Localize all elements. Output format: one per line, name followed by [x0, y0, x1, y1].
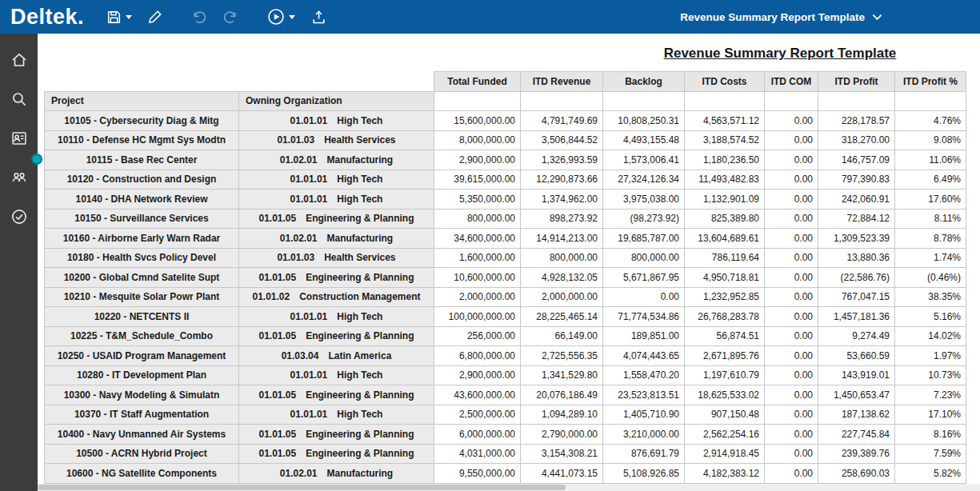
value-cell: 0.00 — [765, 248, 818, 268]
run-button[interactable] — [262, 4, 299, 30]
value-cell: 34,600,000.00 — [434, 229, 521, 249]
org-name: High Tech — [337, 409, 382, 420]
sidebar-item-employee[interactable] — [10, 130, 28, 147]
value-cell: 1,094,289.10 — [521, 405, 603, 425]
column-header: Total Funded — [434, 72, 521, 92]
org-code: 01.01.05 — [258, 389, 296, 401]
value-cell: 0.00 — [765, 365, 818, 385]
empty-cell — [603, 91, 685, 111]
value-cell: 1,341,529.80 — [521, 365, 603, 385]
value-cell: 0.00 — [765, 190, 818, 210]
undo-button[interactable] — [186, 6, 211, 29]
export-icon — [310, 9, 327, 26]
value-cell: 1.97% — [895, 346, 966, 366]
export-button[interactable] — [306, 6, 331, 29]
scrollbar-thumb[interactable] — [38, 485, 566, 490]
value-cell: 0.00 — [765, 425, 818, 445]
panel-expand-handle[interactable] — [31, 154, 42, 165]
edit-button[interactable] — [143, 6, 167, 28]
org-code: 01.03.04 — [282, 350, 319, 361]
org-name: Health Services — [324, 252, 395, 263]
value-cell: 0.00 — [765, 405, 818, 425]
edit-pencil-icon — [147, 9, 163, 25]
save-icon — [106, 9, 122, 26]
org-code: 01.01.05 — [258, 272, 296, 283]
sidebar-item-people[interactable] — [10, 169, 28, 186]
table-row: 10160 - Airborne Early Warn Radar01.02.0… — [45, 229, 966, 249]
value-cell: 3,506,844.52 — [521, 130, 603, 150]
org-code: 01.01.05 — [258, 448, 296, 459]
value-cell: 786,119.64 — [685, 248, 765, 268]
sidebar-item-tasks[interactable] — [10, 208, 28, 226]
value-cell: 1,374,962.00 — [521, 190, 603, 210]
value-cell: 1,232,952.85 — [685, 287, 765, 307]
save-button[interactable] — [102, 6, 136, 29]
value-cell: (0.46%) — [895, 268, 966, 288]
value-cell: 1,180,236.50 — [685, 150, 765, 170]
org-name: Manufacturing — [327, 468, 394, 479]
sidebar-item-search[interactable] — [10, 90, 28, 108]
value-cell: 876,691.79 — [603, 444, 685, 464]
org-code: 01.01.05 — [258, 429, 296, 440]
value-cell: 0.00 — [765, 444, 818, 464]
empty-cell — [765, 91, 818, 111]
value-cell: 8.78% — [895, 229, 966, 249]
value-cell: 13,604,689.61 — [685, 229, 765, 249]
value-cell: 318,270.00 — [818, 130, 895, 150]
value-cell: 1,558,470.20 — [603, 365, 685, 385]
value-cell: 7.59% — [895, 444, 966, 464]
value-cell: 20,076,186.49 — [521, 385, 603, 405]
value-cell: 13,880.36 — [818, 248, 895, 268]
value-cell: 1,326,993.59 — [521, 150, 603, 170]
redo-button[interactable] — [218, 6, 243, 29]
value-cell: 8,000,000.00 — [434, 130, 521, 150]
report-template-selector[interactable]: Revenue Summary Report Template — [680, 11, 882, 23]
chevron-down-icon — [872, 14, 882, 21]
value-cell: 18,625,533.02 — [685, 385, 765, 405]
owning-org-cell: 01.01.05Engineering & Planning — [239, 385, 434, 405]
chevron-down-icon — [126, 15, 132, 19]
value-cell: 143,919.01 — [818, 365, 895, 385]
value-cell: 0.00 — [765, 287, 818, 307]
value-cell: 1,132,901.09 — [685, 190, 765, 210]
table-row: 10200 - Global Cmnd Satelite Supt01.01.0… — [45, 268, 966, 288]
project-cell: 10110 - Defense HC Mgmt Sys Modtn — [45, 130, 239, 150]
project-cell: 10400 - Navy Unmanned Air Systems — [45, 425, 239, 445]
empty-cell — [818, 91, 895, 111]
org-name: Manufacturing — [327, 233, 394, 244]
value-cell: 10,600,000.00 — [434, 268, 521, 288]
org-code: 01.02.01 — [280, 468, 318, 479]
owning-org-cell: 01.01.01High Tech — [239, 405, 434, 425]
value-cell: 898,273.92 — [521, 209, 603, 229]
value-cell: 0.00 — [765, 326, 818, 346]
org-name: Engineering & Planning — [306, 389, 414, 401]
owning-org-cell: 01.03.04Latin America — [239, 346, 434, 366]
owning-org-cell: 01.01.05Engineering & Planning — [239, 326, 434, 346]
org-name: High Tech — [337, 311, 382, 322]
value-cell: 5,108,926.85 — [603, 464, 685, 484]
owning-org-cell: 01.02.01Manufacturing — [239, 229, 434, 249]
value-cell: 2,914,918.45 — [685, 444, 765, 464]
value-cell: 239,389.76 — [818, 444, 895, 464]
value-cell: 800,000.00 — [434, 209, 521, 229]
column-header: Owning Organization — [239, 91, 434, 111]
horizontal-scrollbar[interactable] — [38, 484, 980, 491]
org-name: High Tech — [337, 115, 382, 126]
org-code: 01.01.03 — [277, 252, 314, 263]
value-cell: 0.00 — [603, 287, 685, 307]
table-row: 10180 - Health Svcs Policy Devel01.01.03… — [45, 248, 966, 268]
org-name: Manufacturing — [327, 154, 394, 166]
value-cell: 797,390.83 — [818, 170, 895, 190]
template-selector-label: Revenue Summary Report Template — [680, 11, 865, 23]
value-cell: 39,615,000.00 — [434, 170, 521, 190]
org-code: 01.01.05 — [258, 330, 296, 341]
value-cell: 1,197,610.79 — [685, 365, 765, 385]
sidebar-item-home[interactable] — [10, 51, 28, 69]
table-row: 10140 - DHA Network Review01.01.01High T… — [45, 190, 966, 210]
value-cell: 0.00 — [765, 229, 818, 249]
value-cell: 27,324,126.34 — [603, 170, 685, 190]
value-cell: 12,290,873.66 — [521, 170, 603, 190]
value-cell: (22,586.76) — [818, 268, 895, 288]
value-cell: 9,274.49 — [818, 326, 895, 346]
value-cell: 43,600,000.00 — [434, 385, 521, 405]
